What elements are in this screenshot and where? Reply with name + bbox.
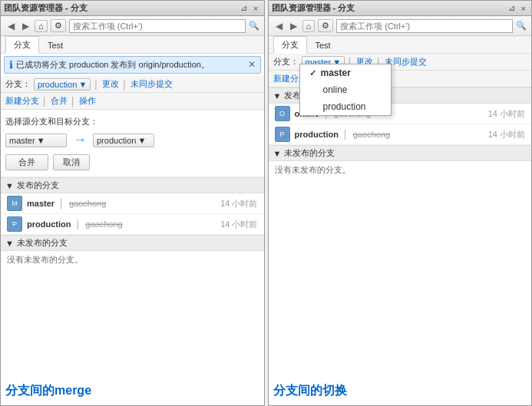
right-online-time: 14 小时前 <box>488 108 525 120</box>
left-production-avatar: P <box>7 216 22 232</box>
left-actions-link[interactable]: 操作 <box>79 95 96 107</box>
left-title-text: 团队资源管理器 - 分支 <box>4 2 88 14</box>
left-act-sep2: │ <box>71 97 76 106</box>
right-dropdown-item-online[interactable]: online <box>300 81 391 98</box>
left-current-branch: production <box>38 80 77 89</box>
right-production-user: gaochong <box>353 130 390 139</box>
right-no-branches: 没有未发布的分支。 <box>269 161 532 179</box>
left-bottom-label: 分支间的merge <box>1 377 264 405</box>
left-toolbar: ◀ ▶ ⌂ ⚙ 🔍 <box>1 16 264 36</box>
left-merge-link[interactable]: 合并 <box>51 95 68 107</box>
left-production-user: gaochong <box>85 220 122 229</box>
left-branch-label: 分支： <box>5 78 31 90</box>
left-merge-label: 选择源分支和目标分支： <box>5 116 259 127</box>
left-unpublished-triangle: ▼ <box>5 239 14 248</box>
left-source-select[interactable]: master ▼ <box>5 134 67 147</box>
right-settings-button[interactable]: ⚙ <box>318 19 333 32</box>
left-merge-buttons: 合并 取消 <box>5 154 259 170</box>
left-nav-forward-button[interactable]: ▶ <box>20 20 31 32</box>
left-info-bar: ℹ 已成功将分支 production 发布到 origin/productio… <box>4 56 261 74</box>
left-no-branches: 没有未发布的分支。 <box>1 251 264 269</box>
left-merge-button[interactable]: 合并 <box>5 154 48 170</box>
right-panel: 团队资源管理器 - 分支 ⊿ × ◀ ▶ ⌂ ⚙ 🔍 分支 Test 分支： m… <box>268 0 533 406</box>
left-sep1: │ <box>94 80 99 89</box>
right-bottom-label: 分支间的切换 <box>269 377 532 405</box>
right-title-text: 团队资源管理器 - 分支 <box>272 2 355 14</box>
right-production-time: 14 小时前 <box>488 129 525 140</box>
right-dropdown-item-master[interactable]: master <box>300 64 391 81</box>
left-published-label: 发布的分支 <box>17 180 59 191</box>
left-info-icon: ℹ <box>9 59 13 71</box>
left-unpublished-header[interactable]: ▼ 未发布的分支 <box>1 235 264 251</box>
left-act-sep1: │ <box>42 97 48 106</box>
table-row: P production │ gaochong 14 小时前 <box>269 124 532 145</box>
left-info-close-button[interactable]: ✕ <box>248 59 256 70</box>
right-tab-branch[interactable]: 分支 <box>273 36 307 54</box>
left-sep2: │ <box>122 80 127 89</box>
left-settings-button[interactable]: ⚙ <box>51 19 66 32</box>
right-unpublished-label: 未发布的分支 <box>284 147 335 159</box>
left-branch-bar: 分支： production ▼ │ 更改 │ 未同步提交 <box>1 76 264 93</box>
right-branch-dropdown-menu: master online production <box>299 64 392 116</box>
left-search-input[interactable] <box>69 19 246 33</box>
right-toolbar: ◀ ▶ ⌂ ⚙ 🔍 <box>269 16 532 36</box>
left-branch-dropdown-icon: ▼ <box>78 80 87 89</box>
left-close-button[interactable]: × <box>251 4 260 13</box>
right-unpublished-header[interactable]: ▼ 未发布的分支 <box>269 145 532 161</box>
right-nav-forward-button[interactable]: ▶ <box>288 20 299 32</box>
left-cancel-button[interactable]: 取消 <box>53 154 90 170</box>
left-target-dropdown-icon: ▼ <box>137 136 146 145</box>
left-published-header[interactable]: ▼ 发布的分支 <box>1 177 264 193</box>
right-branch-label: 分支： <box>273 56 299 68</box>
right-title-buttons: ⊿ × <box>506 3 528 13</box>
right-dropdown-item-production[interactable]: production <box>300 98 391 115</box>
left-search-button[interactable]: 🔍 <box>249 21 259 31</box>
left-production-name: production <box>27 220 71 229</box>
left-tab-bar: 分支 Test <box>1 36 264 54</box>
right-production-name: production <box>295 130 339 139</box>
left-production-time: 14 小时前 <box>220 219 257 230</box>
left-branch-select[interactable]: production ▼ <box>34 78 91 91</box>
left-unsync-link[interactable]: 未同步提交 <box>131 78 173 90</box>
right-unpublished-triangle: ▼ <box>273 149 282 158</box>
left-panel: 团队资源管理器 - 分支 ⊿ × ◀ ▶ ⌂ ⚙ 🔍 分支 Test ℹ 已成功… <box>0 0 265 406</box>
right-search-input[interactable] <box>336 19 513 33</box>
left-home-button[interactable]: ⌂ <box>35 20 48 32</box>
left-source-value: master <box>9 136 35 145</box>
right-online-avatar: O <box>275 106 290 121</box>
left-merge-row: master ▼ → production ▼ <box>5 132 259 148</box>
right-tab-bar: 分支 Test <box>269 36 532 54</box>
right-pin-button[interactable]: ⊿ <box>506 3 517 13</box>
right-production-avatar: P <box>275 127 290 142</box>
left-merge-arrow-icon: → <box>73 132 87 148</box>
left-published-triangle: ▼ <box>5 181 14 190</box>
left-info-message: 已成功将分支 production 发布到 origin/production。 <box>16 59 248 71</box>
right-tab-test[interactable]: Test <box>307 38 339 53</box>
right-search-button[interactable]: 🔍 <box>516 21 527 31</box>
left-master-user: gaochong <box>69 199 106 208</box>
left-target-value: production <box>97 136 136 145</box>
left-merge-section: 选择源分支和目标分支： master ▼ → production ▼ 合并 取… <box>1 110 264 177</box>
left-tab-branch[interactable]: 分支 <box>5 36 39 54</box>
left-action-bar: 新建分支 │ 合并 │ 操作 <box>1 93 264 110</box>
left-new-branch-link[interactable]: 新建分支 <box>5 95 39 107</box>
left-changes-link[interactable]: 更改 <box>102 78 119 90</box>
right-home-button[interactable]: ⌂ <box>302 20 316 32</box>
left-master-avatar: M <box>7 196 22 211</box>
right-title-bar: 团队资源管理器 - 分支 ⊿ × <box>269 1 532 16</box>
left-title-buttons: ⊿ × <box>238 3 260 13</box>
left-nav-back-button[interactable]: ◀ <box>5 20 17 32</box>
left-source-dropdown-icon: ▼ <box>37 136 45 145</box>
table-row: M master │ gaochong 14 小时前 <box>1 193 264 214</box>
table-row: P production │ gaochong 14 小时前 <box>1 214 264 235</box>
left-master-time: 14 小时前 <box>220 198 257 210</box>
left-pin-button[interactable]: ⊿ <box>238 3 249 13</box>
right-nav-back-button[interactable]: ◀ <box>273 20 285 32</box>
left-tab-test[interactable]: Test <box>39 38 71 53</box>
left-title-bar: 团队资源管理器 - 分支 ⊿ × <box>1 1 264 16</box>
left-target-select[interactable]: production ▼ <box>93 134 154 147</box>
right-close-button[interactable]: × <box>519 4 528 13</box>
right-published-triangle: ▼ <box>273 91 282 101</box>
left-master-name: master <box>27 199 55 208</box>
left-unpublished-label: 未发布的分支 <box>17 237 68 249</box>
